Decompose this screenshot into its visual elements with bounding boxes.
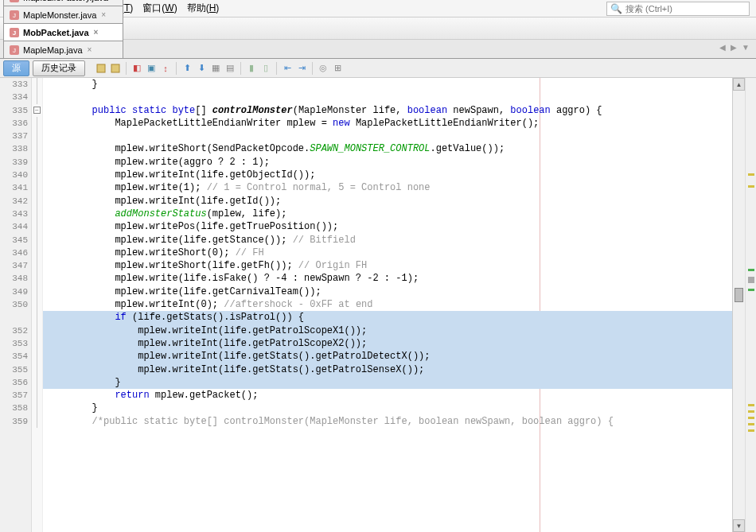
editor-tabs: 起始页×JMapleLifeFactory.java×JMapleMonster… (0, 40, 756, 59)
code-line[interactable]: } (43, 402, 732, 414)
code-line[interactable]: mplew.write(aggro ? 2 : 1); (43, 156, 732, 169)
code-line[interactable] (43, 130, 732, 142)
code-line[interactable]: mplew.writeShort(SendPacketOpcode.SPAWN_… (43, 142, 732, 155)
error-marker[interactable] (748, 185, 754, 188)
code-line[interactable]: mplew.writeInt(0); //aftershock - 0xFF a… (43, 298, 732, 311)
code-line[interactable]: public static byte[] controlMonster(Mapl… (43, 104, 732, 117)
code-line[interactable]: return mplew.getPacket(); (43, 389, 732, 402)
scroll-thumb[interactable] (735, 288, 743, 302)
source-view-button[interactable]: 源 (3, 60, 29, 76)
scroll-up-icon[interactable]: ▲ (733, 78, 745, 91)
code-line[interactable]: MaplePacketLittleEndianWriter mplew = ne… (43, 117, 732, 130)
fold-toggle-icon[interactable]: − (33, 107, 41, 114)
bookmark-icon[interactable]: ↕ (159, 62, 172, 75)
menu-item[interactable]: 窗口(W) (138, 1, 181, 15)
code-line[interactable]: mplew.writeInt(life.getObjectId()); (43, 169, 732, 181)
shift-left-icon[interactable]: ⇤ (281, 62, 294, 75)
line-number: 344 (0, 220, 28, 233)
close-icon[interactable]: × (101, 10, 106, 19)
code-line[interactable]: } (43, 78, 732, 91)
error-marker[interactable] (748, 410, 754, 413)
code-line[interactable]: mplew.write(life.getCarnivalTeam()); (43, 285, 732, 298)
error-marker[interactable] (748, 423, 754, 425)
tab-prev-icon[interactable]: ◀ (718, 43, 727, 52)
prev-mark-icon[interactable]: ⬆ (181, 62, 193, 75)
close-icon[interactable]: × (88, 45, 92, 54)
subtabs: 源 历史记录 ◧ ▣ ↕ ⬆ ⬇ ▦ ▤ ▮ ▯ ⇤ ⇥ ◎ ⊞ (0, 59, 756, 78)
code-line[interactable]: mplew.writeShort(0); // FH (43, 247, 732, 259)
code-line[interactable]: addMonsterStatus(mplew, life); (43, 208, 732, 220)
error-stripe[interactable] (745, 78, 756, 532)
code-line[interactable]: mplew.write(1); // 1 = Control normal, 5… (43, 181, 732, 194)
search-box[interactable]: 🔍 (606, 2, 750, 16)
editor-tab[interactable]: JMobPacket.java× (3, 23, 123, 41)
menu-item[interactable]: 帮助(H) (182, 1, 224, 15)
code-line[interactable]: /*public static byte[] controlMonster(Ma… (43, 415, 732, 428)
close-icon[interactable]: × (94, 28, 99, 37)
code-line[interactable]: mplew.writeInt(life.getStats().getPatrol… (43, 350, 732, 363)
fold-column: − (32, 78, 43, 532)
nav-fwd-icon[interactable] (109, 62, 122, 75)
svg-rect-18 (111, 64, 119, 72)
error-marker[interactable] (748, 277, 754, 283)
editor-tab[interactable]: JMapleLifeFactory.java× (3, 0, 123, 6)
scroll-down-icon[interactable]: ▼ (733, 519, 745, 532)
error-marker[interactable] (748, 404, 754, 406)
goto-icon[interactable]: ▦ (209, 62, 222, 75)
svg-rect-17 (97, 64, 105, 72)
format-icon[interactable]: ◧ (131, 62, 143, 75)
code-line[interactable]: mplew.writeInt(life.getId()); (43, 195, 732, 208)
error-marker[interactable] (748, 269, 754, 271)
tab-label: MobPacket.java (23, 28, 89, 37)
tab-next-icon[interactable]: ▶ (729, 43, 738, 52)
svg-text:J: J (13, 47, 16, 54)
editor-tab[interactable]: JMapleMap.java× (3, 41, 123, 58)
comment-icon[interactable]: ▮ (245, 62, 258, 75)
line-number: 342 (0, 195, 28, 208)
line-number: 340 (0, 169, 28, 181)
code-line[interactable] (43, 91, 732, 103)
line-number: 335 (0, 104, 28, 117)
code-line[interactable]: } (43, 376, 732, 389)
search-input[interactable] (625, 4, 737, 14)
error-marker[interactable] (748, 417, 754, 419)
code-line[interactable]: mplew.writePos(life.getTruePosition()); (43, 220, 732, 233)
svg-text:J: J (13, 12, 16, 19)
code-line[interactable]: mplew.writeShort(life.getFh()); // Origi… (43, 259, 732, 272)
line-number: 357 (0, 389, 28, 402)
code-line[interactable]: mplew.write(life.isFake() ? -4 : newSpaw… (43, 272, 732, 285)
nav-back-icon[interactable] (95, 62, 107, 75)
line-number: 345 (0, 234, 28, 247)
code-area[interactable]: } public static byte[] controlMonster(Ma… (43, 78, 732, 532)
code-line[interactable]: mplew.writeInt(life.getStats().getPatrol… (43, 363, 732, 376)
code-line[interactable]: if (life.getStats().isPatrol()) { (43, 311, 732, 324)
vertical-scrollbar[interactable]: ▲ ▼ (732, 78, 745, 532)
inspect-icon[interactable]: ◎ (317, 62, 329, 75)
select-icon[interactable]: ▤ (224, 62, 236, 75)
next-mark-icon[interactable]: ⬇ (195, 62, 208, 75)
uncomment-icon[interactable]: ▯ (259, 62, 272, 75)
history-view-button[interactable]: 历史记录 (33, 60, 85, 76)
code-line[interactable]: mplew.write(life.getStance()); // Bitfie… (43, 234, 732, 247)
java-file-icon: J (9, 10, 20, 21)
tab-nav: ◀ ▶ ▼ (718, 43, 751, 52)
error-marker[interactable] (748, 429, 754, 432)
tab-label: MapleLifeFactory.java (23, 0, 108, 2)
java-file-icon: J (9, 27, 20, 38)
tree-icon[interactable]: ⊞ (331, 62, 344, 75)
tab-menu-icon[interactable]: ▼ (740, 43, 751, 52)
editor[interactable]: 3333343353363373383393403413423433443453… (0, 78, 756, 532)
close-icon[interactable]: × (113, 0, 118, 2)
java-file-icon: J (9, 0, 20, 3)
error-marker[interactable] (748, 173, 754, 176)
find-icon[interactable]: ▣ (145, 62, 158, 75)
editor-tab[interactable]: JMapleMonster.java× (3, 6, 123, 23)
line-number: 334 (0, 91, 28, 103)
line-number: 353 (0, 337, 28, 350)
code-line[interactable]: mplew.writeInt(life.getPatrolScopeX1()); (43, 324, 732, 337)
line-number: 349 (0, 285, 28, 298)
shift-right-icon[interactable]: ⇥ (295, 62, 308, 75)
line-number: 337 (0, 130, 28, 142)
error-marker[interactable] (748, 289, 754, 291)
code-line[interactable]: mplew.writeInt(life.getPatrolScopeX2()); (43, 337, 732, 350)
